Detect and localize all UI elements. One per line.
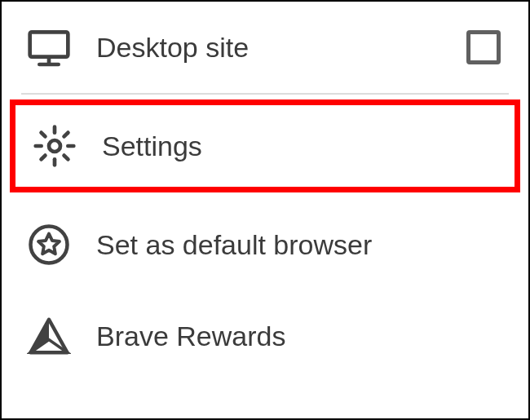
menu-item-desktop-site[interactable]: Desktop site xyxy=(2,2,528,93)
triangle-icon xyxy=(26,313,72,359)
menu-item-label: Settings xyxy=(102,130,498,162)
svg-line-8 xyxy=(42,133,46,137)
svg-rect-0 xyxy=(30,32,68,56)
gear-icon xyxy=(32,123,77,169)
menu-item-label: Desktop site xyxy=(96,32,466,64)
menu-panel: Desktop site Settings xyxy=(0,0,530,420)
svg-line-9 xyxy=(64,156,68,160)
menu-item-settings[interactable]: Settings xyxy=(10,99,520,192)
svg-line-11 xyxy=(64,133,68,137)
desktop-site-checkbox[interactable] xyxy=(466,30,501,64)
svg-point-12 xyxy=(31,227,68,263)
divider xyxy=(21,93,509,95)
svg-line-10 xyxy=(42,156,46,160)
star-circle-icon xyxy=(26,222,72,267)
svg-point-3 xyxy=(49,140,60,152)
menu-item-default-browser[interactable]: Set as default browser xyxy=(2,199,528,290)
menu-item-label: Brave Rewards xyxy=(96,321,504,352)
menu-item-brave-rewards[interactable]: Brave Rewards xyxy=(2,290,528,382)
menu-item-label: Set as default browser xyxy=(96,229,504,261)
monitor-icon xyxy=(26,24,72,70)
